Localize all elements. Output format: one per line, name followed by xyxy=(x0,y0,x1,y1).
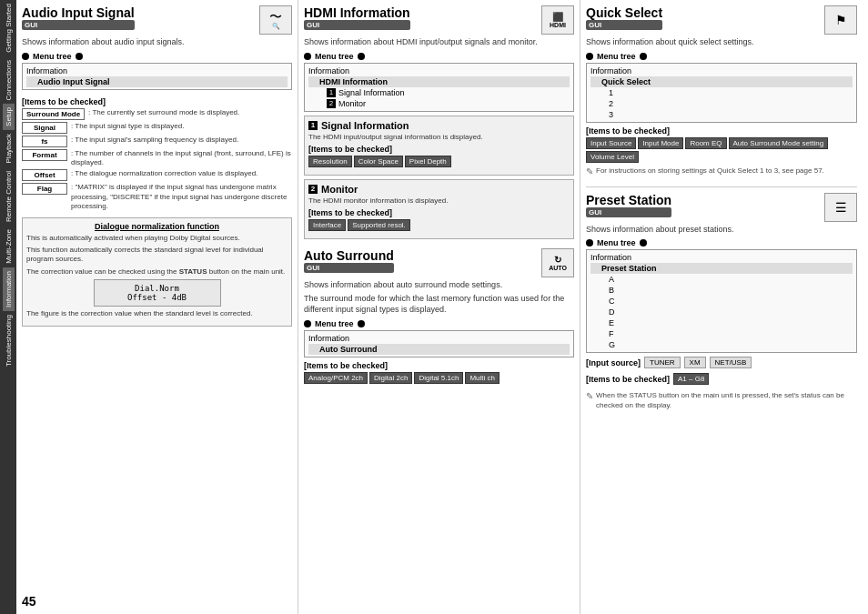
audio-items-header: [Items to be checked] xyxy=(22,97,292,106)
preset-station-icon: ☰ xyxy=(824,193,857,222)
sidebar-label-multi-zone[interactable]: Multi-Zone xyxy=(3,226,15,267)
hdmi-tree: Information HDMI Information 1 Signal In… xyxy=(304,63,574,112)
multi-ch-tag: Multi ch xyxy=(465,372,500,384)
signal-label: Signal xyxy=(22,122,67,134)
ps-tree-d: D xyxy=(590,307,853,317)
auto-surround-mode-tag: Auto Surround Mode setting xyxy=(729,137,829,149)
quick-select-icon: ⚑ xyxy=(824,5,857,35)
room-eq-tag: Room EQ xyxy=(685,137,726,149)
hdmi-menu-tree-label: Menu tree xyxy=(304,52,574,61)
sidebar-label-remote-control[interactable]: Remote Control xyxy=(3,167,15,226)
monitor-section: 2 Monitor The HDMI monitor information i… xyxy=(304,179,574,239)
ps-tree-child: Preset Station xyxy=(590,263,853,274)
audio-input-tree: Information Audio Input Signal xyxy=(22,63,292,90)
input-source-label: [Input source] xyxy=(586,358,641,367)
sidebar-label-setup[interactable]: Setup xyxy=(3,104,15,130)
dialogue-box: Dialogue normalization function This is … xyxy=(22,217,292,327)
signal-items-header: [Items to be checked] xyxy=(308,145,570,154)
preset-station-section: Preset Station GUI ☰ Shows information a… xyxy=(586,186,857,413)
offset-text: : The dialogue normalization correction … xyxy=(71,169,292,178)
offset-label: Offset xyxy=(22,169,67,181)
qs-tree-1: 1 xyxy=(590,87,853,98)
hdmi-symbol: ⬛ xyxy=(552,12,563,22)
circle-bullet-qs1 xyxy=(586,53,593,60)
ps-items-row: [Items to be checked] A1 – G8 xyxy=(586,371,857,386)
dialogue-para2: This function automatically corrects the… xyxy=(26,246,288,265)
signal-info-section: 1 Signal Information The HDMI input/outp… xyxy=(304,116,574,176)
supported-resol-tag: Supported resol. xyxy=(348,219,410,231)
check-rows: Surround Mode : The currently set surrou… xyxy=(22,108,292,214)
quick-select-desc: Shows information about quick select set… xyxy=(586,37,857,48)
ps-tree-g: G xyxy=(590,339,853,350)
audio-input-icon: 〜 🔍 xyxy=(259,5,292,35)
circle-bullet-left xyxy=(22,53,29,60)
hdmi-icon: ⬛ HDMI xyxy=(541,5,574,35)
a1-g8-tag: A1 – G8 xyxy=(673,373,709,385)
auto-surround-tree: Information Auto Surround xyxy=(304,330,574,357)
ps-items-header: [Items to be checked] xyxy=(586,375,670,384)
monitor-title: 2 Monitor xyxy=(308,184,570,195)
hdmi-desc: Shows information about HDMI input/outpu… xyxy=(304,37,574,48)
sidebar-label-getting-started[interactable]: Getting Started xyxy=(3,0,15,56)
quick-select-gui-badge: GUI xyxy=(586,20,662,30)
ps-note-text: When the STATUS button on the main unit … xyxy=(596,391,857,410)
sidebar: Getting Started Connections Setup Playba… xyxy=(0,0,16,614)
hdmi-tree-signal: 1 Signal Information xyxy=(308,87,570,98)
tree-child-audio: Audio Input Signal xyxy=(26,76,288,87)
pixel-depth-tag: Pixel Depth xyxy=(405,156,451,167)
auto-tags: Analog/PCM 2ch Digital 2ch Digital 5.1ch… xyxy=(304,372,574,384)
ps-tree-a: A xyxy=(590,274,853,285)
preset-station-gui-badge: GUI xyxy=(586,207,671,217)
ps-tree-e: E xyxy=(590,317,853,328)
input-mode-tag: Input Mode xyxy=(638,137,683,149)
volume-level-tag: Volume Level xyxy=(586,151,639,163)
quick-select-tree: Information Quick Select 1 2 3 xyxy=(586,63,857,123)
resolution-tag: Resolution xyxy=(308,156,352,167)
qs-tree-2: 2 xyxy=(590,98,853,109)
hdmi-section: HDMI Information GUI ⬛ HDMI Shows inform… xyxy=(304,5,574,116)
hdmi-tree-root: Information xyxy=(308,65,570,76)
waveform-icon: 〜 xyxy=(269,10,282,23)
input-source-tag: Input Source xyxy=(586,137,636,149)
offset-row: Offset : The dialogue normalization corr… xyxy=(22,169,292,181)
audio-input-signal-title: Audio Input Signal xyxy=(22,5,135,20)
sidebar-label-connections[interactable]: Connections xyxy=(3,56,15,104)
auto-surround-menu-tree-label: Menu tree xyxy=(304,319,574,328)
list-icon: ☰ xyxy=(835,201,847,214)
sidebar-label-information[interactable]: Information xyxy=(3,267,15,311)
quick-select-header: Quick Select GUI ⚑ xyxy=(586,5,857,35)
dialogue-para1: This is automatically activated when pla… xyxy=(26,234,288,243)
signal-text: : The input signal type is displayed. xyxy=(71,122,292,131)
surround-mode-row: Surround Mode : The currently set surrou… xyxy=(22,108,292,120)
dialogue-title: Dialogue normalization function xyxy=(26,222,288,231)
ps-tree-b: B xyxy=(590,285,853,296)
fs-text: : The input signal's sampling frequency … xyxy=(71,136,292,145)
sidebar-label-playback[interactable]: Playback xyxy=(3,130,15,166)
hdmi-header: HDMI Information GUI ⬛ HDMI xyxy=(304,5,574,35)
qs-tree-root: Information xyxy=(590,65,853,76)
sidebar-label-troubleshooting[interactable]: Troubleshooting xyxy=(3,311,15,370)
qs-tree-child: Quick Select xyxy=(590,76,853,87)
quick-select-section: Quick Select GUI ⚑ Shows information abo… xyxy=(586,5,857,179)
analog-pcm-tag: Analog/PCM 2ch xyxy=(304,372,368,384)
surround-mode-label: Surround Mode xyxy=(22,108,85,120)
monitor-num-box: 2 xyxy=(327,99,336,108)
surround-mode-text: : The currently set surround mode is dis… xyxy=(88,108,292,117)
flag-row: Flag : "MATRIX" is displayed if the inpu… xyxy=(22,183,292,211)
format-text: : The number of channels in the input si… xyxy=(71,149,292,168)
auto-surround-gui-badge: GUI xyxy=(304,263,394,273)
auto-surround-section: Auto Surround GUI ↻ AUTO Shows informati… xyxy=(304,248,574,388)
col-right: Quick Select GUI ⚑ Shows information abo… xyxy=(580,0,863,614)
main-content: Audio Input Signal GUI 〜 🔍 Shows informa… xyxy=(16,0,868,614)
page-number: 45 xyxy=(22,590,292,609)
preset-station-header: Preset Station GUI ☰ xyxy=(586,193,857,222)
note-arrow-icon2: ✎ xyxy=(586,391,593,401)
signal-row: Signal : The input signal type is displa… xyxy=(22,122,292,134)
tree-root-info: Information xyxy=(26,65,288,76)
audio-input-signal-header: Audio Input Signal GUI 〜 🔍 xyxy=(22,5,292,35)
net-usb-tag: NET/USB xyxy=(710,357,752,368)
hdmi-title: HDMI Information xyxy=(304,5,410,20)
ps-tree-root: Information xyxy=(590,252,853,263)
circle-bullet-qs2 xyxy=(640,53,647,60)
preset-tree: Information Preset Station A B C D E F G xyxy=(586,249,857,353)
